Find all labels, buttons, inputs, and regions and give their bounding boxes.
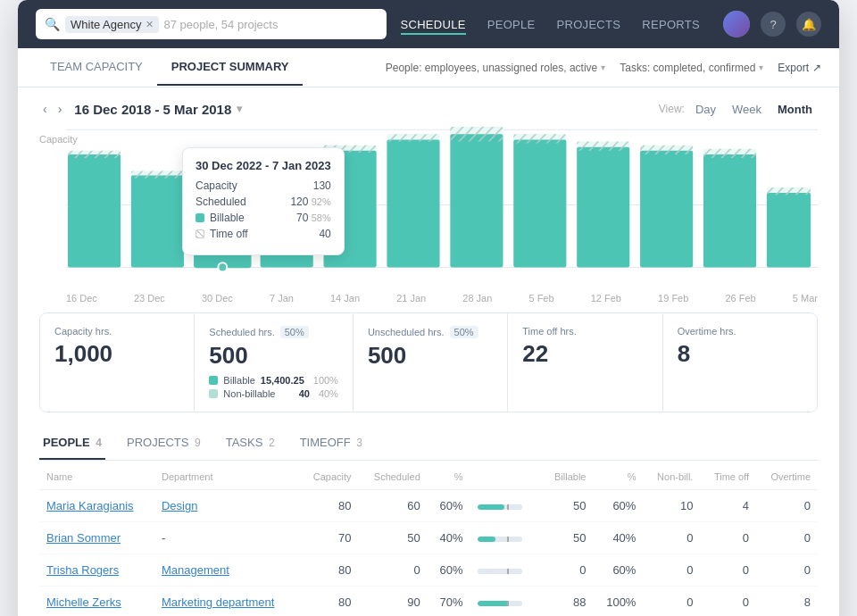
cell-name-1: Brian Sommer xyxy=(39,522,154,554)
col-name: Name xyxy=(39,464,154,490)
view-week-btn[interactable]: Week xyxy=(727,101,767,118)
tab-team-capacity[interactable]: TEAM CAPACITY xyxy=(36,49,157,86)
stat-unscheduled-label: Unscheduled hrs. 50% xyxy=(368,326,493,338)
view-month-btn[interactable]: Month xyxy=(772,101,818,118)
search-tag-close[interactable]: ✕ xyxy=(146,19,154,30)
svg-rect-7 xyxy=(68,151,121,158)
view-options: View: Day Week Month xyxy=(659,101,818,118)
people-filter-btn[interactable]: People: employees, unassigned roles, act… xyxy=(386,62,605,74)
cell-capacity-0: 80 xyxy=(299,490,359,522)
view-day-btn[interactable]: Day xyxy=(690,101,721,118)
cell-name-0: Maria Karagianis xyxy=(39,490,154,522)
search-bar[interactable]: 🔍 White Agency ✕ 87 people, 54 projects xyxy=(36,9,387,39)
cell-capacity-1: 70 xyxy=(299,522,359,554)
x-label-6: 28 Jan xyxy=(462,293,492,304)
tab-project-summary[interactable]: PROJECT SUMMARY xyxy=(157,49,304,86)
dept-link-2[interactable]: Management xyxy=(162,563,229,577)
table-row: Brian Sommer - 70 50 40% 50 40% 0 0 0 xyxy=(39,522,818,554)
svg-rect-34 xyxy=(640,146,693,154)
stat-timeoff-label: Time off hrs. xyxy=(522,326,647,337)
x-label-2: 30 Dec xyxy=(202,293,233,304)
name-link-0[interactable]: Maria Karagianis xyxy=(46,499,134,512)
nav-reports[interactable]: REPORTS xyxy=(642,14,700,35)
stat-scheduled-label: Scheduled hrs. 50% xyxy=(209,326,338,338)
svg-rect-9 xyxy=(131,176,184,268)
cell-scheduled-1: 50 xyxy=(359,522,428,554)
nav-people[interactable]: PEOPLE xyxy=(487,14,536,35)
name-link-2[interactable]: Trisha Rogers xyxy=(46,563,119,577)
x-label-4: 14 Jan xyxy=(330,293,360,304)
billable-legend-pct: 100% xyxy=(313,375,338,386)
tooltip-capacity: Capacity 130 xyxy=(196,179,331,192)
cell-billable-pct-2: 60% xyxy=(593,554,643,587)
svg-rect-39 xyxy=(767,193,811,267)
tasks-filter-btn[interactable]: Tasks: completed, confirmed ▾ xyxy=(620,62,763,74)
name-link-1[interactable]: Brian Sommer xyxy=(46,531,121,545)
progress-marker-2 xyxy=(507,569,509,574)
col-pct: % xyxy=(428,464,470,490)
cell-dept-0: Design xyxy=(154,490,299,522)
x-axis-labels: 16 Dec 23 Dec 30 Dec 7 Jan 14 Jan 21 Jan… xyxy=(66,293,818,304)
billable-legend-dot xyxy=(209,376,218,385)
legend-billable: Billable 15,400.25 100% xyxy=(209,375,338,386)
cell-pct-3: 70% xyxy=(428,587,470,617)
cell-name-3: Michelle Zerks xyxy=(39,587,154,617)
stat-scheduled-value: 500 xyxy=(209,342,338,370)
dept-link-0[interactable]: Design xyxy=(162,499,197,512)
tooltip-billable: Billable 70 58% xyxy=(196,212,331,224)
tooltip-billable-values: 70 58% xyxy=(296,212,331,224)
cell-scheduled-3: 90 xyxy=(359,587,428,617)
stat-scheduled-pct: 50% xyxy=(280,326,309,338)
nav-projects[interactable]: PROJECTS xyxy=(557,14,621,35)
cell-billable-pct-1: 40% xyxy=(593,522,643,554)
notification-icon-btn[interactable]: 🔔 xyxy=(796,12,821,37)
timeoff-tab-count: 3 xyxy=(356,437,362,449)
billable-legend-label: Billable xyxy=(223,375,254,386)
data-table: Name Department Capacity Scheduled % Bil… xyxy=(39,464,818,616)
search-tag-label: White Agency xyxy=(71,18,142,31)
dept-link-3[interactable]: Marketing department xyxy=(162,595,274,609)
svg-rect-25 xyxy=(450,127,503,141)
progress-marker-1 xyxy=(507,537,509,542)
export-button[interactable]: Export ↗ xyxy=(778,62,821,74)
date-range[interactable]: 16 Dec 2018 - 5 Mar 2018 ▾ xyxy=(74,102,242,117)
progress-marker-3 xyxy=(507,601,509,606)
col-capacity: Capacity xyxy=(299,464,359,490)
table-tab-tasks[interactable]: TASKS 2 xyxy=(222,427,279,460)
cell-billable-1: 50 xyxy=(541,522,593,554)
x-label-0: 16 Dec xyxy=(66,293,97,304)
table-tab-people[interactable]: PEOPLE 4 xyxy=(39,427,105,460)
cell-bar-3 xyxy=(470,587,542,617)
date-arrows: ‹ › xyxy=(39,100,65,118)
name-link-3[interactable]: Michelle Zerks xyxy=(46,595,121,609)
avatar[interactable] xyxy=(723,11,750,37)
export-icon: ↗ xyxy=(812,62,821,74)
projects-tab-count: 9 xyxy=(195,437,201,449)
tooltip-scheduled-values: 120 92% xyxy=(290,196,330,208)
svg-rect-37 xyxy=(703,149,756,158)
cell-pct-1: 40% xyxy=(428,522,470,554)
cell-billable-0: 50 xyxy=(541,490,593,522)
cell-timeoff-1: 0 xyxy=(700,522,756,554)
col-billable-pct: % xyxy=(593,464,643,490)
chart-svg: 100 0 xyxy=(66,125,818,286)
x-label-3: 7 Jan xyxy=(270,293,294,304)
cell-scheduled-0: 60 xyxy=(359,490,428,522)
help-icon-btn[interactable]: ? xyxy=(761,12,786,37)
nav-schedule[interactable]: SCHEDULE xyxy=(401,14,466,35)
svg-rect-40 xyxy=(767,187,811,195)
cell-nonbill-2: 0 xyxy=(643,554,700,587)
prev-date-btn[interactable]: ‹ xyxy=(39,100,51,118)
col-dept: Department xyxy=(154,464,299,490)
stat-overtime-label: Overtime hrs. xyxy=(678,326,803,337)
table-tab-projects[interactable]: PROJECTS 9 xyxy=(123,427,204,460)
table-row: Michelle Zerks Marketing department 80 9… xyxy=(39,587,818,617)
stat-unscheduled-pct: 50% xyxy=(450,326,478,338)
stat-scheduled-legend: Billable 15,400.25 100% Non-billable 40 … xyxy=(209,375,338,399)
next-date-btn[interactable]: › xyxy=(54,100,66,118)
sub-nav: TEAM CAPACITY PROJECT SUMMARY People: em… xyxy=(18,48,839,87)
people-tab-count: 4 xyxy=(96,437,102,449)
table-tab-timeoff[interactable]: TIMEOFF 3 xyxy=(296,427,366,460)
stat-scheduled: Scheduled hrs. 50% 500 Billable 15,400.2… xyxy=(195,313,354,412)
table-row: Trisha Rogers Management 80 0 60% 0 60% … xyxy=(39,554,818,587)
